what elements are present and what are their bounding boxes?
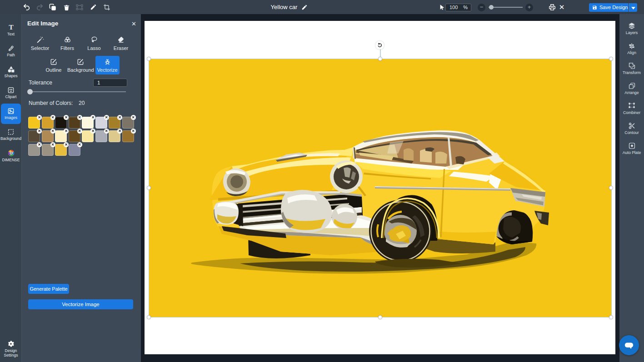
svg-text:T: T <box>9 24 14 31</box>
